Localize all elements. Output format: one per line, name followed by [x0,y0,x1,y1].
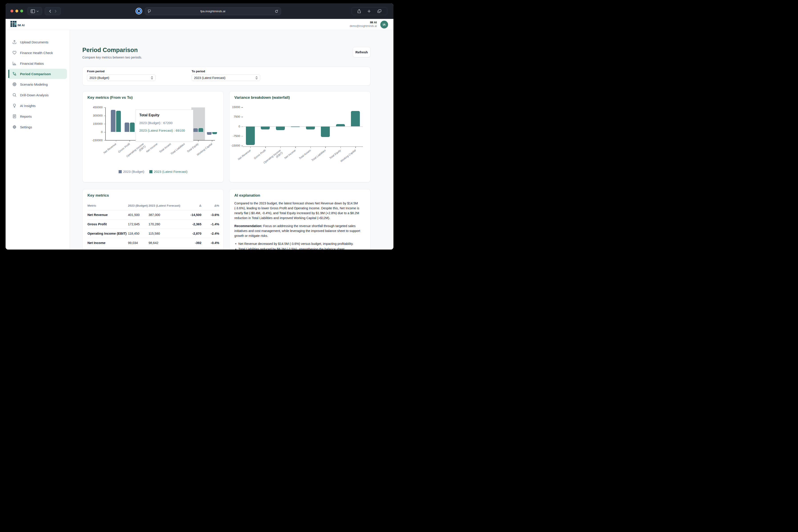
cell-budget: 401,500 [128,210,148,220]
search-icon [12,93,17,97]
y-tick-label: 0 [226,125,240,128]
legend-label: 2023 (Budget) [123,170,144,173]
from-period-label: From period [87,70,155,73]
waterfall-bar-working-capital[interactable] [351,111,360,126]
cell-budget: 172,645 [128,220,148,229]
waterfall-bar-total-equity[interactable] [336,124,345,127]
y-tick [241,117,243,117]
x-tick [355,147,356,148]
y-tick-label: 300000 [89,114,103,117]
sidebar-toggle-button[interactable] [27,7,42,15]
from-period-value: 2023 (Budget) [90,76,151,80]
table-row: Net Income99,03498,642-392-0.4% [88,238,219,248]
sidebar-item-settings[interactable]: Settings [5,122,70,132]
to-period-select[interactable]: 2023 (Latest Forecast) [191,75,260,81]
refresh-button[interactable]: Refresh [353,47,371,57]
cell-forecast: 170,280 [148,220,181,229]
back-icon[interactable] [49,10,51,13]
to-period-value: 2023 (Latest Forecast) [194,76,256,80]
cell-delta: -14,500 [181,210,201,220]
reader-icon[interactable] [148,10,151,13]
x-category-label: Total Equity [316,149,341,169]
to-period-field: To period 2023 (Latest Forecast) [191,70,260,81]
x-category-label: Total Assets [286,149,312,169]
new-tab-icon[interactable] [367,10,371,13]
sidebar-item-label: Upload Documents [20,40,49,44]
zoom-window-button[interactable] [20,10,23,13]
x-tick [250,147,251,148]
lightbulb-icon [12,103,17,108]
avatar[interactable]: IA [380,21,388,28]
y-tick [104,116,105,116]
bar-total-equity-forecast[interactable] [199,128,203,132]
waterfall-bar-total-liabilities[interactable] [321,127,330,137]
nav-separator [53,9,53,13]
table-column-header: Metric [88,202,128,210]
chart-legend: 2023 (Budget)2023 (Latest Forecast) [82,170,223,173]
bar-working-capital-budget[interactable] [207,132,211,135]
from-period-select[interactable]: 2023 (Budget) [87,75,155,81]
cell-metric: Net Income [88,238,128,248]
share-icon[interactable] [357,9,361,13]
x-tick [212,140,212,141]
table-row: Gross Profit172,645170,280-2,365-1.4% [88,220,219,229]
sidebar-item-upload-documents[interactable]: Upload Documents [5,37,70,48]
cell-delta: -392 [181,238,201,248]
x-axis-line [243,147,363,147]
x-tick [130,140,130,141]
sidebar-item-finance-health-check[interactable]: Finance Health Check [5,48,70,58]
waterfall-bar-total-assets[interactable] [306,127,315,130]
bar-net-revenue-budget[interactable] [111,110,115,132]
table-row: Net Revenue401,500387,000-14,500-3.6% [88,210,219,220]
bar-total-equity-budget[interactable] [193,128,198,132]
document-icon [12,114,17,118]
x-category-label: Net Revenue [92,142,117,163]
x-category-label: Working Capital [188,142,213,163]
cell-metric: Operating Income (EBIT) [88,229,128,238]
x-tick [295,147,296,148]
sidebar-item-label: Period Comparison [20,72,51,76]
bar-gross-profit-forecast[interactable] [130,122,135,132]
reload-icon[interactable] [275,10,278,13]
sidebar-item-ai-insights[interactable]: AI Insights [5,100,70,111]
sidebar-item-drill-down-analysis[interactable]: Drill-Down Analysis [5,90,70,100]
cell-delta-pct: -0.4% [201,238,219,248]
sidebar-item-label: Settings [20,125,32,129]
table-column-header: Δ% [201,202,219,210]
tooltip-forecast-row: 2023 (Latest Forecast) : 69100 [139,129,190,132]
sidebar-item-period-comparison[interactable]: Period Comparison [8,69,67,79]
heart-icon [12,51,17,55]
y-tick [241,146,243,146]
waterfall-bar-gross-profit[interactable] [261,127,270,130]
gear-icon [12,125,17,129]
close-window-button[interactable] [11,10,13,13]
bar-gross-profit-budget[interactable] [125,122,129,132]
browser-window: fpa.insightminds.ai IM AI IM A [5,3,393,249]
cell-delta: -2,870 [181,229,201,238]
browser-chrome: fpa.insightminds.ai [5,3,393,19]
bar-net-revenue-forecast[interactable] [116,111,121,132]
sidebar-item-label: Scenario Modeling [20,82,48,86]
y-tick [104,108,105,108]
x-tick [116,140,116,141]
waterfall-bar-operating-income-ebit-[interactable] [276,127,285,130]
y-tick [241,107,243,108]
x-tick [280,147,281,148]
cell-forecast: 115,580 [148,229,181,238]
waterfall-bar-net-income[interactable] [291,127,300,127]
bar-working-capital-forecast[interactable] [212,132,217,134]
address-bar[interactable]: fpa.insightminds.ai [145,7,281,15]
minimize-window-button[interactable] [15,10,18,13]
user-email: demo@insightminds.ai [350,24,377,27]
page-subtitle: Compare key metrics between two periods. [82,56,142,59]
table-header-row: Metric2023 (Budget)2023 (Latest Forecast… [88,202,219,210]
tab-overview-icon[interactable] [377,10,382,13]
sidebar-item-reports[interactable]: Reports [5,111,70,122]
tooltip-budget-row: 2023 (Budget) : 67200 [139,121,190,125]
upload-icon [12,40,17,44]
sidebar-item-financial-ratios[interactable]: Financial Ratios [5,58,70,69]
forward-icon[interactable] [55,10,57,13]
sidebar-item-scenario-modeling[interactable]: Scenario Modeling [5,79,70,90]
waterfall-bar-net-revenue[interactable] [246,127,255,145]
password-extension-icon[interactable] [135,8,142,15]
